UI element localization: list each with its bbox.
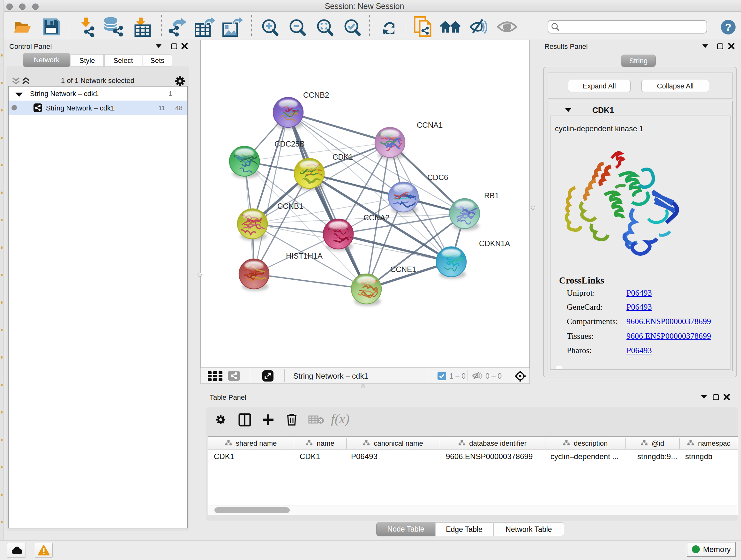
svg-text:CCNA1: CCNA1 [417,121,443,129]
svg-text:RB1: RB1 [484,191,499,200]
svg-text:CDKN1A: CDKN1A [479,239,510,248]
svg-text:CDK1: CDK1 [333,152,353,161]
svg-text:CCNE1: CCNE1 [390,265,416,273]
svg-text:HIST1H1A: HIST1H1A [286,252,323,260]
svg-text:CDC6: CDC6 [427,173,448,182]
svg-text:CCNB1: CCNB1 [277,202,303,210]
svg-text:CDC25B: CDC25B [274,139,305,148]
svg-text:CCNA2: CCNA2 [363,213,389,222]
svg-text:CCNB2: CCNB2 [303,91,329,99]
